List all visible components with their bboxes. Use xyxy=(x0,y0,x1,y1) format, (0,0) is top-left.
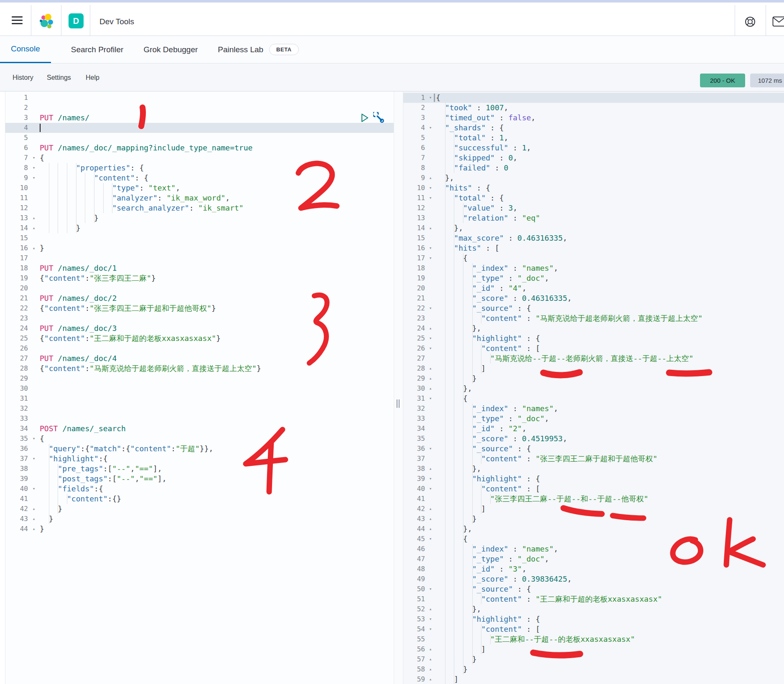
code-line[interactable]: 4 xyxy=(5,123,394,133)
code-line[interactable]: 59▴ ] xyxy=(403,674,784,684)
code-line[interactable]: 29 xyxy=(5,374,394,384)
wrench-icon[interactable] xyxy=(373,112,384,123)
code-line[interactable]: 39 "post_tags":["--","=="], xyxy=(5,474,394,484)
code-line[interactable]: 10▾ "hits" : { xyxy=(403,183,784,193)
code-line[interactable]: 52▴ }, xyxy=(403,604,784,614)
code-line[interactable]: 4▾ "_shards" : { xyxy=(403,123,784,133)
code-line[interactable]: 1▾{ xyxy=(403,93,784,103)
code-line[interactable]: 12 "search_analyzer": "ik_smart" xyxy=(5,203,394,213)
code-line[interactable]: 9▾ "content": { xyxy=(5,173,394,183)
code-line[interactable]: 50▾ "_source" : { xyxy=(403,584,784,594)
code-line[interactable]: 9▴ }, xyxy=(403,173,784,183)
code-line[interactable]: 54▾ "content" : [ xyxy=(403,624,784,634)
code-line[interactable]: 53▾ "highlight" : { xyxy=(403,614,784,624)
code-line[interactable]: 15 "max_score" : 0.46316335, xyxy=(403,233,784,243)
code-line[interactable]: 48 "_id" : "3", xyxy=(403,564,784,574)
code-line[interactable]: 24PUT /names/_doc/3 xyxy=(5,323,394,333)
code-line[interactable]: 18 "_index" : "names", xyxy=(403,263,784,273)
code-line[interactable]: 8▾ "properties": { xyxy=(5,163,394,173)
code-line[interactable]: 5 xyxy=(5,133,394,143)
fold-toggle-icon[interactable]: ▾ xyxy=(28,434,40,444)
fold-toggle-icon[interactable]: ▾ xyxy=(425,343,436,353)
code-line[interactable]: 38 "pre_tags":["--","=="], xyxy=(5,464,394,474)
code-line[interactable]: 51 "content" : "王二麻和于超的老板xxasxasxasx" xyxy=(403,594,784,604)
code-line[interactable]: 41 "content":{} xyxy=(5,494,394,504)
code-line[interactable]: 42▴ ] xyxy=(403,504,784,514)
elastic-logo[interactable] xyxy=(39,14,54,29)
code-line[interactable]: 25{"content":"王二麻和于超的老板xxasxasxasx"} xyxy=(5,333,394,343)
code-line[interactable]: 20 "_id" : "4", xyxy=(403,283,784,293)
code-line[interactable]: 31▾ { xyxy=(403,394,784,404)
fold-toggle-icon[interactable]: ▾ xyxy=(425,444,436,454)
fold-toggle-icon[interactable]: ▾ xyxy=(425,624,436,634)
code-line[interactable]: 29▴ } xyxy=(403,374,784,384)
code-line[interactable]: 42▴ } xyxy=(5,504,394,514)
code-line[interactable]: 30 xyxy=(5,384,394,394)
fold-toggle-icon[interactable]: ▴ xyxy=(425,674,436,684)
fold-toggle-icon[interactable]: ▴ xyxy=(425,223,436,233)
code-line[interactable]: 57▴ } xyxy=(403,654,784,664)
code-line[interactable]: 17▾ { xyxy=(403,253,784,263)
panel-splitter[interactable] xyxy=(394,92,403,684)
fold-toggle-icon[interactable]: ▴ xyxy=(28,504,40,514)
fold-toggle-icon[interactable]: ▾ xyxy=(28,454,40,464)
code-line[interactable]: 41 "张三李四王二麻--于超--和--于超--他哥权" xyxy=(403,494,784,504)
mail-icon[interactable] xyxy=(772,16,784,27)
fold-toggle-icon[interactable]: ▴ xyxy=(425,364,436,374)
fold-toggle-icon[interactable]: ▴ xyxy=(425,374,436,384)
fold-toggle-icon[interactable]: ▴ xyxy=(28,243,40,253)
help-icon[interactable] xyxy=(744,15,756,28)
code-line[interactable]: 36 "query":{"match":{"content":"于超"}}, xyxy=(5,444,394,454)
code-line[interactable]: 7 "skipped" : 0, xyxy=(403,153,784,163)
fold-toggle-icon[interactable]: ▾ xyxy=(425,474,436,484)
fold-toggle-icon[interactable]: ▾ xyxy=(425,394,436,404)
code-line[interactable]: 34 "_id" : "2", xyxy=(403,424,784,434)
code-line[interactable]: 35 "_score" : 0.4519953, xyxy=(403,434,784,444)
fold-toggle-icon[interactable]: ▴ xyxy=(425,664,436,674)
tab-painless-lab[interactable]: Painless Lab BETA xyxy=(218,36,298,63)
fold-toggle-icon[interactable]: ▾ xyxy=(425,614,436,624)
send-request-icon[interactable] xyxy=(361,113,369,122)
fold-toggle-icon[interactable]: ▴ xyxy=(425,173,436,183)
code-line[interactable]: 40▾ "fields":{ xyxy=(5,484,394,494)
code-line[interactable]: 23 "content" : "马斯克说给于超老师刷火箭，直接送于超上太空" xyxy=(403,313,784,323)
fold-toggle-icon[interactable]: ▾ xyxy=(425,193,436,203)
code-line[interactable]: 23 xyxy=(5,313,394,323)
fold-toggle-icon[interactable]: ▴ xyxy=(425,644,436,654)
space-badge[interactable]: D xyxy=(69,13,84,28)
fold-toggle-icon[interactable]: ▾ xyxy=(425,243,436,253)
fold-toggle-icon[interactable]: ▴ xyxy=(425,323,436,333)
code-line[interactable]: 11▾ "total" : { xyxy=(403,193,784,203)
response-viewer[interactable]: 1▾{2 "took" : 1007,3 "timed_out" : false… xyxy=(403,92,784,684)
tab-search-profiler[interactable]: Search Profiler xyxy=(71,36,124,63)
fold-toggle-icon[interactable]: ▾ xyxy=(28,153,40,163)
fold-toggle-icon[interactable]: ▾ xyxy=(425,253,436,263)
fold-toggle-icon[interactable]: ▾ xyxy=(425,183,436,193)
code-line[interactable]: 47 "_type" : "_doc", xyxy=(403,554,784,564)
code-line[interactable]: 3PUT /names/ xyxy=(5,113,394,123)
code-line[interactable]: 12 "value" : 3, xyxy=(403,203,784,213)
fold-toggle-icon[interactable]: ▴ xyxy=(28,223,40,233)
code-line[interactable]: 17 xyxy=(5,253,394,263)
code-line[interactable]: 22▾ "_source" : { xyxy=(403,303,784,313)
code-line[interactable]: 38▴ }, xyxy=(403,464,784,474)
code-line[interactable]: 33 "_type" : "_doc", xyxy=(403,414,784,424)
code-line[interactable]: 33 xyxy=(5,414,394,424)
code-line[interactable]: 19 "_type" : "_doc", xyxy=(403,273,784,283)
code-line[interactable]: 55 "王二麻和--于超--的老板xxasxasxasx" xyxy=(403,634,784,644)
request-editor[interactable]: 123PUT /names/456PUT /names/_doc/_mappin… xyxy=(5,92,394,684)
code-line[interactable]: 16▾ "hits" : [ xyxy=(403,243,784,253)
code-line[interactable]: 6PUT /names/_doc/_mapping?include_type_n… xyxy=(5,143,394,153)
fold-toggle-icon[interactable]: ▾ xyxy=(425,484,436,494)
fold-toggle-icon[interactable]: ▴ xyxy=(425,504,436,514)
code-line[interactable]: 39▾ "highlight" : { xyxy=(403,474,784,484)
code-line[interactable]: 15 xyxy=(5,233,394,243)
tab-console[interactable]: Console xyxy=(0,36,51,63)
code-line[interactable]: 10 "type": "text", xyxy=(5,183,394,193)
code-line[interactable]: 43▴ } xyxy=(5,514,394,524)
code-line[interactable]: 20 xyxy=(5,283,394,293)
code-line[interactable]: 35▾{ xyxy=(5,434,394,444)
code-line[interactable]: 25▾ "highlight" : { xyxy=(403,333,784,343)
code-line[interactable]: 3 "timed_out" : false, xyxy=(403,113,784,123)
code-line[interactable]: 24▴ }, xyxy=(403,323,784,333)
